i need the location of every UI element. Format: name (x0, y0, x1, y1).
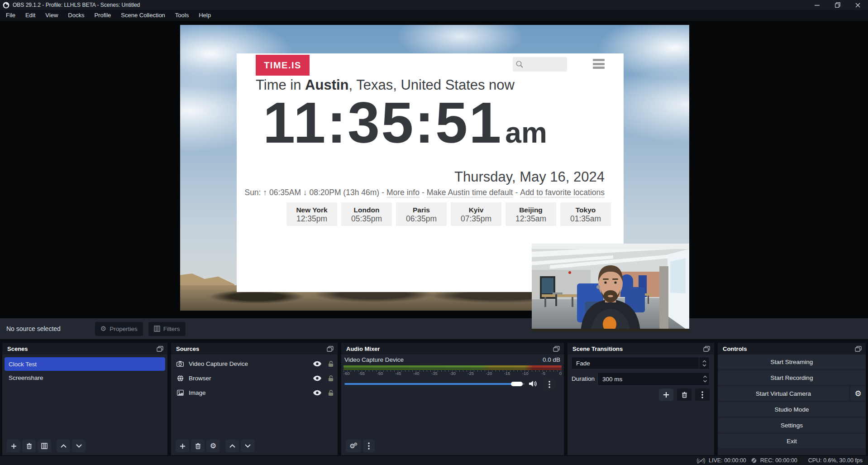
popout-icon[interactable] (703, 346, 710, 352)
source-properties-button[interactable]: ⚙ (206, 440, 220, 452)
volume-slider-handle[interactable] (511, 382, 523, 386)
scenes-dock-header[interactable]: Scenes (2, 343, 167, 355)
preview-canvas[interactable]: TIME.IS Time in Austin, Texas, United St… (0, 21, 868, 318)
more-info-link[interactable]: More info (386, 188, 420, 197)
scene-item-clock-test[interactable]: Clock Test (5, 357, 165, 371)
sun-info-line: Sun: ↑ 06:35AM ↓ 08:20PM (13h 46m)-More … (244, 188, 605, 197)
sources-dock-header[interactable]: Sources (171, 343, 338, 355)
visibility-eye-icon[interactable] (310, 361, 324, 367)
mixer-level-db: 0.0 dB (543, 356, 560, 363)
source-item-video-capture[interactable]: Video Capture Device (171, 356, 338, 371)
duration-spinbox[interactable]: 300 ms (597, 372, 710, 386)
move-scene-up-button[interactable] (57, 440, 70, 452)
speaker-icon[interactable] (529, 380, 537, 389)
studio-mode-button[interactable]: Studio Mode (718, 402, 866, 417)
scene-filters-button[interactable] (38, 440, 51, 452)
move-source-down-button[interactable] (241, 440, 254, 452)
volume-slider[interactable] (344, 383, 525, 385)
scene-transitions-dock: Scene Transitions Fade Duration 300 ms (568, 343, 714, 455)
transitions-actions (659, 388, 710, 401)
city-beijing[interactable]: Beijing 12:35am (506, 202, 556, 226)
lock-icon[interactable] (324, 389, 338, 396)
meter-scale: -60 -55 -50 -45 -40 -35 -30 -25 -20 -15 … (343, 371, 562, 377)
menu-help[interactable]: Help (194, 10, 216, 21)
sources-toolbar: ⚙ (176, 440, 254, 452)
popout-icon[interactable] (327, 346, 334, 352)
settings-button[interactable]: Settings (718, 418, 866, 432)
menu-bar: File Edit View Docks Profile Scene Colle… (0, 10, 868, 21)
advanced-audio-button[interactable]: ⚙⚙ (346, 440, 361, 452)
lock-icon[interactable] (324, 360, 338, 367)
menu-edit[interactable]: Edit (20, 10, 40, 21)
start-virtual-camera-button[interactable]: Start Virtual Camera (718, 386, 849, 401)
rec-status: REC: 00:00:00 (751, 457, 797, 464)
remove-scene-button[interactable] (22, 440, 36, 452)
add-transition-button[interactable] (659, 388, 673, 401)
duration-spin-arrows[interactable] (703, 375, 707, 383)
city-kyiv[interactable]: Kyiv 07:35pm (451, 202, 501, 226)
search-box[interactable] (513, 57, 567, 72)
camera-icon (176, 361, 184, 367)
menu-file[interactable]: File (1, 10, 20, 21)
volume-control-row (343, 379, 562, 389)
world-cities-row: New York 12:35pm London 05:35pm Paris 06… (286, 202, 611, 226)
virtual-camera-config-button[interactable]: ⚙ (850, 386, 866, 401)
popout-icon[interactable] (855, 346, 862, 352)
menu-view[interactable]: View (40, 10, 63, 21)
transition-select[interactable]: Fade (571, 357, 710, 369)
transitions-header[interactable]: Scene Transitions (568, 343, 714, 355)
stream-inactive-icon (696, 457, 706, 464)
webcam-video-overlay[interactable] (532, 244, 689, 331)
move-scene-down-button[interactable] (72, 440, 86, 452)
minimize-button[interactable] (807, 0, 827, 10)
menu-scene-collection[interactable]: Scene Collection (116, 10, 170, 21)
source-item-image[interactable]: Image (171, 385, 338, 400)
add-favorite-link[interactable]: Add to favorite locations (520, 188, 605, 197)
audio-mixer-header[interactable]: Audio Mixer (341, 343, 564, 355)
visibility-eye-icon[interactable] (310, 390, 324, 396)
sources-title: Sources (176, 345, 199, 352)
remove-transition-button[interactable] (677, 388, 692, 401)
restore-button[interactable] (827, 0, 848, 10)
start-streaming-button[interactable]: Start Streaming (718, 355, 866, 369)
controls-header[interactable]: Controls (718, 343, 866, 355)
obs-window: OBS 29.1.2 - Profile: LLHLS BETA - Scene… (0, 0, 868, 465)
add-scene-button[interactable] (7, 440, 20, 452)
menu-tools[interactable]: Tools (170, 10, 194, 21)
hamburger-menu-icon[interactable] (593, 59, 605, 69)
exit-button[interactable]: Exit (718, 434, 866, 448)
menu-profile[interactable]: Profile (89, 10, 116, 21)
properties-button[interactable]: ⚙ Properties (95, 322, 143, 336)
city-paris[interactable]: Paris 06:35pm (396, 202, 447, 226)
visibility-eye-icon[interactable] (310, 375, 324, 381)
transition-menu-button[interactable] (695, 388, 710, 401)
city-tokyo[interactable]: Tokyo 01:35am (560, 202, 611, 226)
timeis-logo[interactable]: TIME.IS (256, 55, 310, 76)
search-icon (515, 60, 524, 68)
search-input[interactable] (524, 58, 564, 70)
source-item-browser[interactable]: Browser (171, 371, 338, 385)
scene-item-screenshare[interactable]: Screenshare (5, 371, 165, 384)
sources-dock: Sources Video Capture Device (171, 343, 338, 455)
mixer-channel-menu-button[interactable] (544, 379, 555, 390)
transition-select-arrows[interactable] (699, 357, 709, 369)
menu-docks[interactable]: Docks (63, 10, 89, 21)
time-value: 11:35:51 (263, 90, 502, 155)
popout-icon[interactable] (157, 346, 163, 352)
add-source-button[interactable] (176, 440, 189, 452)
cpu-fps-status: CPU: 0.6%, 30.00 fps (808, 457, 863, 464)
transitions-title: Scene Transitions (572, 345, 623, 352)
webcam-scene-illustration (532, 244, 689, 331)
remove-source-button[interactable] (191, 440, 205, 452)
popout-icon[interactable] (553, 346, 560, 352)
city-new-york[interactable]: New York 12:35pm (286, 202, 337, 226)
filters-button[interactable]: Filters (148, 322, 186, 336)
mixer-menu-button[interactable] (363, 440, 375, 452)
make-default-link[interactable]: Make Austin time default (427, 188, 513, 197)
city-london[interactable]: London 05:35pm (341, 202, 392, 226)
controls-dock: Controls Start Streaming Start Recording… (718, 343, 866, 455)
move-source-up-button[interactable] (225, 440, 239, 452)
lock-icon[interactable] (324, 375, 338, 382)
start-recording-button[interactable]: Start Recording (718, 370, 866, 385)
close-button[interactable] (848, 0, 868, 10)
